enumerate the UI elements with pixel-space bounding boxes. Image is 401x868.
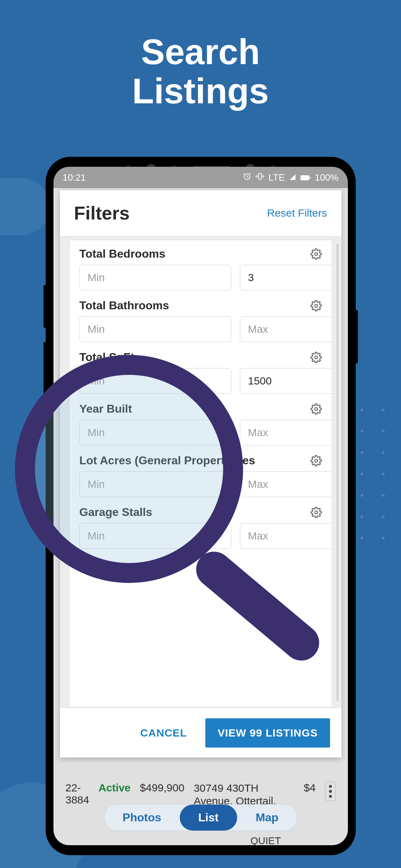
svg-rect-1 [258,174,261,179]
view-listings-button[interactable]: VIEW 99 LISTINGS [205,718,330,748]
lot-max-input[interactable] [240,471,332,497]
phone-frame: 10:21 LTE 100% 22 [46,157,356,855]
lot-label: Lot Acres (General Property Des [79,454,255,467]
filter-lot-acres: Lot Acres (General Property Des [79,454,322,497]
year-label: Year Built [79,402,132,415]
gear-icon[interactable] [310,300,322,311]
svg-point-9 [315,511,318,514]
sqft-max-input[interactable] [240,368,332,394]
listing-mls: 22-3884 [66,782,89,806]
vibrate-icon [256,172,264,183]
screen: 10:21 LTE 100% 22 [53,167,348,845]
tab-photos[interactable]: Photos [104,805,180,831]
listing-quiet: QUIET [251,835,281,845]
bedrooms-label: Total Bedrooms [79,247,165,260]
tab-map[interactable]: Map [237,805,297,831]
view-toggle: Photos List Map [104,804,297,831]
filter-bedrooms: Total Bedrooms [79,247,322,290]
hero-line2: Listings [0,71,401,110]
filter-year-built: Year Built [79,402,322,445]
status-time: 10:21 [63,172,86,183]
cancel-button[interactable]: CANCEL [132,718,195,748]
bathrooms-label: Total Bathrooms [79,299,169,312]
tab-list[interactable]: List [180,805,237,831]
filter-sqft: Total SqFt. [79,351,322,394]
listing-status: Active [98,782,130,794]
gear-icon[interactable] [310,248,322,260]
scrollbar[interactable] [336,243,339,701]
bathrooms-max-input[interactable] [240,316,332,342]
listing-price2: $4 [304,782,315,794]
modal-footer: CANCEL VIEW 99 LISTINGS [60,708,341,758]
garage-label: Garage Stalls [79,506,153,519]
network-label: LTE [268,172,285,183]
svg-point-4 [315,253,318,255]
listing-menu-button[interactable] [325,782,336,801]
alarm-icon [243,172,251,183]
battery-label: 100% [315,172,339,183]
status-bar: 10:21 LTE 100% [53,167,348,188]
bedrooms-max-input[interactable] [240,265,332,290]
svg-point-5 [315,304,318,307]
filter-garage-stalls: Garage Stalls [79,506,322,549]
hero-title: Search Listings [0,0,401,110]
battery-icon [300,172,310,183]
garage-max-input[interactable] [240,523,332,549]
hero-line1: Search [0,32,401,71]
gear-icon[interactable] [310,455,322,466]
svg-point-8 [315,459,318,462]
garage-min-input[interactable] [79,523,231,549]
svg-rect-2 [300,175,309,180]
gear-icon[interactable] [310,403,322,415]
modal-body: Total Bedrooms Total Bathrooms [60,236,341,708]
sqft-label: Total SqFt. [79,351,138,364]
gear-icon[interactable] [310,352,322,363]
gear-icon[interactable] [310,507,322,518]
svg-point-7 [315,408,318,410]
reset-filters-link[interactable]: Reset Filters [267,207,327,219]
signal-icon [289,172,296,183]
lot-min-input[interactable] [79,471,231,497]
listing-price: $499,900 [140,782,184,794]
filter-bathrooms: Total Bathrooms [79,299,322,342]
svg-rect-3 [309,177,310,179]
bedrooms-min-input[interactable] [79,265,231,290]
sqft-min-input[interactable] [79,368,231,394]
svg-point-6 [315,356,318,359]
modal-title: Filters [74,202,130,224]
filters-card: Total Bedrooms Total Bathrooms [69,240,332,707]
filters-modal: Filters Reset Filters Total Bedrooms [60,190,341,758]
year-min-input[interactable] [79,420,231,445]
modal-header: Filters Reset Filters [60,190,341,236]
year-max-input[interactable] [240,420,332,445]
bathrooms-min-input[interactable] [79,316,231,342]
